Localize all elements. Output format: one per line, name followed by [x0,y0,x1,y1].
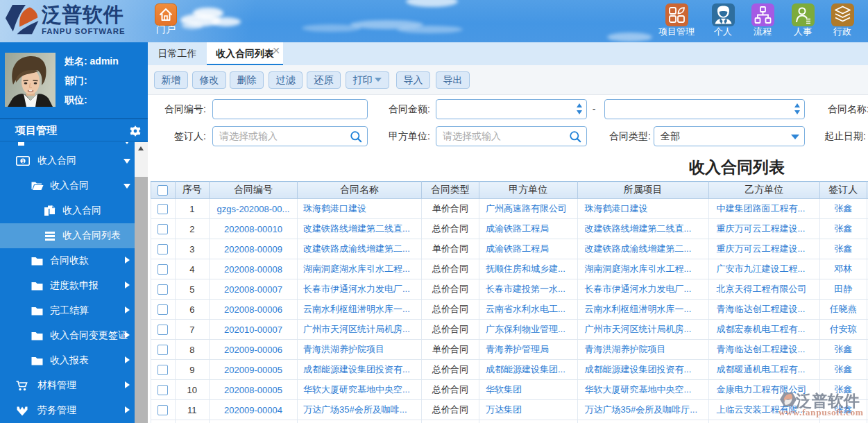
svg-text:1: 1 [22,159,24,164]
